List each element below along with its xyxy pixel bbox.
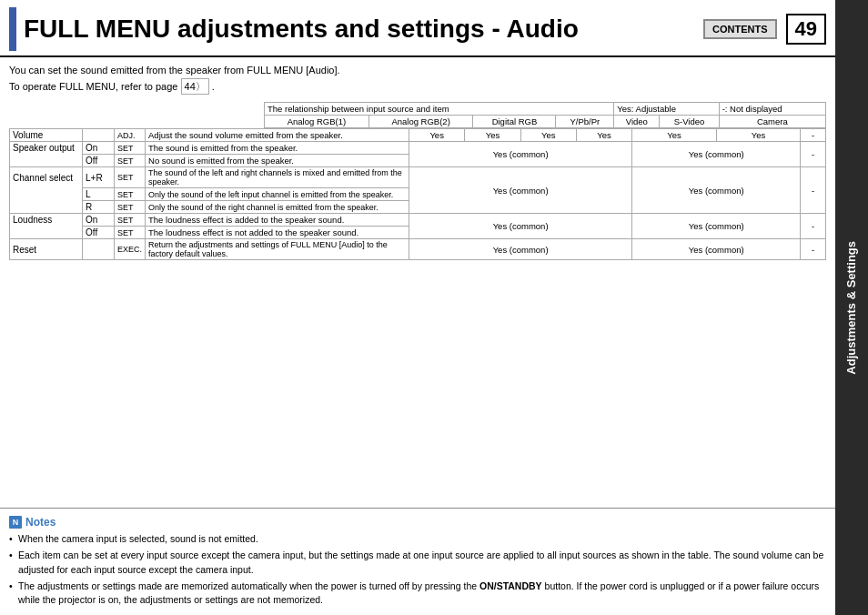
sub-channel-lr: L+R [83,167,115,188]
compat-svideo-volume: Yes [716,129,801,142]
compat-camera-volume: - [801,129,826,142]
col-digital-rgb: Digital RGB [473,116,556,128]
sub-loudness-off: Off [83,227,115,239]
compat-common-loudness1: Yes (common) [409,214,632,239]
cmd-loudness-on: SET [115,214,146,227]
cmd-speaker-off: SET [115,155,146,167]
desc-channel-r: Only the sound of the right channel is e… [146,201,409,214]
compat-camera-channel: - [801,167,826,214]
compat-ypbpr-volume: Yes [576,129,631,142]
compat-common-channel2: Yes (common) [632,167,801,214]
compat-rgb1-volume: Yes [409,129,465,142]
desc-volume: Adjust the sound volume emitted from the… [146,129,409,142]
on-standby-text: ON/STANDBY [479,580,542,591]
right-sidebar: Adjustments & Settings [835,0,868,615]
compat-common-reset2: Yes (common) [632,239,801,260]
col-svideo: S-Video [660,116,719,128]
sub-volume [83,129,115,142]
notes-title: N Notes [9,516,826,529]
col-camera: Camera [719,116,825,128]
compat-rgb2-volume: Yes [465,129,520,142]
notes-list: When the camera input is selected, sound… [9,532,826,608]
notes-section: N Notes When the camera input is selecte… [0,508,835,615]
main-content: FULL MENU adjustments and settings - Aud… [0,0,835,615]
item-volume: Volume [10,129,83,142]
item-loudness: Loudness [10,214,83,227]
compat-video-volume: Yes [632,129,717,142]
item-speaker: Speaker output [10,142,83,155]
note-1: When the camera input is selected, sound… [9,532,826,547]
compat-camera-loudness: - [801,214,826,239]
desc-channel-l: Only the sound of the left input channel… [146,188,409,201]
header-accent-bar [9,7,16,51]
compat-top-left: The relationship between input source an… [265,103,614,116]
page-header: FULL MENU adjustments and settings - Aud… [0,0,835,57]
not-displayed: -: Not displayed [719,103,825,116]
table-section: The relationship between input source an… [0,98,835,508]
compat-camera-reset: - [801,239,826,260]
compat-common-reset1: Yes (common) [409,239,632,260]
cmd-speaker-on: SET [115,142,146,155]
sub-reset [83,239,115,260]
col-analog-rgb1: Analog RGB(1) [265,116,369,128]
item-channel: Channel select [10,167,83,188]
table-row: Speaker output On SET The sound is emitt… [10,142,826,155]
note-3: The adjustments or settings made are mem… [9,580,826,609]
sidebar-label: Adjustments & Settings [844,241,860,375]
page-title: FULL MENU adjustments and settings - Aud… [24,15,579,44]
page-number: 49 [786,14,826,45]
sub-channel-r: R [83,201,115,214]
table-row: Reset EXEC. Return the adjustments and s… [10,239,826,260]
desc-loudness-on: The loudness effect is added to the spea… [146,214,409,227]
desc-reset: Return the adjustments and settings of F… [146,239,409,260]
table-row: Loudness On SET The loudness effect is a… [10,214,826,227]
intro-line2: To operate FULL MENU, refer to page 44〉 … [9,78,826,96]
col-video: Video [614,116,660,128]
compat-camera-speaker: - [801,142,826,167]
intro-section: You can set the sound emitted from the s… [0,57,835,98]
yes-adjustable: Yes: Adjustable [614,103,719,116]
table-row: Channel select L+R SET The sound of the … [10,167,826,188]
col-ypbpr: Y/Pb/Pr [556,116,614,128]
contents-button[interactable]: CONTENTS [703,19,777,39]
cmd-loudness-off: SET [115,227,146,239]
cmd-channel-lr: SET [115,167,146,188]
settings-table: Volume ADJ. Adjust the sound volume emit… [9,128,826,260]
page-reference[interactable]: 44〉 [181,78,209,96]
header-left: FULL MENU adjustments and settings - Aud… [9,7,579,51]
item-channel-l [10,188,83,201]
cmd-volume: ADJ. [115,129,146,142]
cmd-channel-r: SET [115,201,146,214]
intro-line1: You can set the sound emitted from the s… [9,63,826,78]
sub-channel-l: L [83,188,115,201]
item-speaker-off [10,155,83,167]
sub-speaker-off: Off [83,155,115,167]
desc-channel-lr: The sound of the left and right channels… [146,167,409,188]
compat-common-speaker1: Yes (common) [409,142,632,167]
table-row: Volume ADJ. Adjust the sound volume emit… [10,129,826,142]
desc-speaker-on: The sound is emitted from the speaker. [146,142,409,155]
compat-drgb-volume: Yes [520,129,576,142]
sub-speaker-on: On [83,142,115,155]
sub-loudness-on: On [83,214,115,227]
item-loudness-off [10,227,83,239]
notes-icon: N [9,516,22,529]
cmd-channel-l: SET [115,188,146,201]
desc-speaker-off: No sound is emitted from the speaker. [146,155,409,167]
note-2: Each item can be set at every input sour… [9,549,826,578]
compat-header-table: The relationship between input source an… [264,102,826,128]
header-right: CONTENTS 49 [703,14,826,45]
desc-loudness-off: The loudness effect is not added to the … [146,227,409,239]
col-analog-rgb2: Analog RGB(2) [368,116,473,128]
item-channel-r [10,201,83,214]
compat-common-speaker2: Yes (common) [632,142,801,167]
cmd-reset: EXEC. [115,239,146,260]
compat-common-channel1: Yes (common) [409,167,632,214]
item-reset: Reset [10,239,83,260]
compat-common-loudness2: Yes (common) [632,214,801,239]
